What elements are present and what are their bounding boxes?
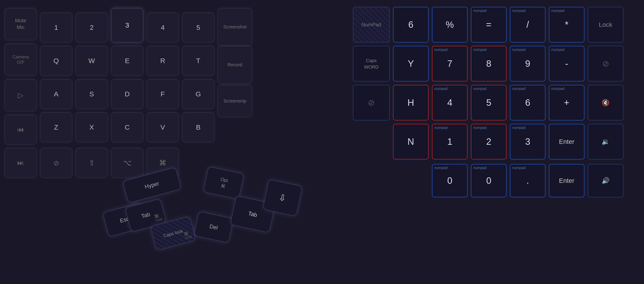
key-label: ⌥: [123, 159, 132, 167]
numpad-key-3[interactable]: numpad 3: [510, 124, 546, 159]
numpad-key-0a[interactable]: numpad 0: [432, 164, 468, 197]
numpad-key-volmute[interactable]: 🔇: [588, 85, 623, 120]
numpad-key-label: *: [565, 20, 568, 30]
numpad-key-label: Enter: [559, 177, 574, 184]
key-r[interactable]: R: [147, 46, 179, 76]
key-play[interactable]: ▷: [4, 79, 37, 111]
numpad-key-label: /: [526, 20, 529, 30]
numpad-sub-label: numpad: [434, 48, 448, 52]
numpad-key-2[interactable]: numpad 2: [471, 124, 506, 159]
key-option[interactable]: ⌥: [111, 148, 143, 178]
numpad-key-pct[interactable]: %: [432, 7, 468, 43]
numpad-key-label: 🔇: [602, 99, 610, 106]
numpad-key-lock[interactable]: Lock: [588, 7, 623, 43]
numpad-sub-label: numpad: [473, 166, 486, 170]
numpad-key-7[interactable]: numpad 7: [432, 46, 468, 81]
key-label: Hyper: [144, 180, 160, 190]
numpad-key-label: -: [565, 59, 568, 69]
key-skip-back[interactable]: ⏮: [4, 115, 37, 145]
key-label: Del: [209, 223, 218, 231]
numpad-key-h[interactable]: H: [393, 85, 428, 120]
key-w[interactable]: W: [76, 46, 108, 76]
key-t[interactable]: T: [182, 46, 214, 76]
key-e[interactable]: E: [111, 46, 143, 76]
key-f[interactable]: F: [147, 79, 179, 109]
key-camera-of[interactable]: CameraO/F: [4, 44, 37, 76]
numpad-key-label: Y: [408, 59, 414, 69]
numpad-key-6[interactable]: 6: [393, 7, 428, 43]
numpad-key-6b[interactable]: numpad 6: [510, 85, 546, 120]
numpad-key-label: CapsWORD: [364, 57, 378, 70]
numpad-key-eq[interactable]: numpad =: [471, 7, 506, 43]
key-label: A: [54, 90, 58, 98]
numpad-key-label: 5: [486, 98, 491, 108]
key-del[interactable]: Del: [194, 211, 234, 243]
numpad-key-mul[interactable]: numpad *: [549, 7, 584, 43]
numpad-key-div[interactable]: numpad /: [510, 7, 546, 43]
key-2[interactable]: 2: [76, 13, 108, 43]
key-label: 4: [161, 24, 165, 32]
numpad-key-cancel2: ⊘: [353, 85, 390, 120]
numpad-key-label: 9: [525, 59, 530, 69]
key-opt-cmd[interactable]: Opt⌘: [203, 166, 244, 200]
numpad-key-1[interactable]: numpad 1: [432, 124, 468, 159]
key-record[interactable]: Record: [218, 46, 252, 84]
numpad-sub-label: numpad: [434, 166, 448, 170]
key-label: 1: [54, 24, 58, 32]
numpad-key-0b[interactable]: numpad 0: [471, 164, 506, 197]
numpad-sub-label: numpad: [434, 87, 448, 91]
key-mute-mic[interactable]: MuteMic: [4, 8, 37, 40]
numpad-key-5[interactable]: numpad 5: [471, 85, 506, 120]
key-z[interactable]: Z: [40, 112, 72, 142]
numpad-sub-label: numpad: [473, 87, 486, 91]
key-q[interactable]: Q: [40, 46, 72, 76]
key-label: Tab: [248, 210, 258, 218]
numpad-key-label: 0: [486, 175, 491, 186]
key-label: S: [90, 90, 94, 98]
numpad-key-9[interactable]: numpad 9: [510, 46, 546, 81]
key-x[interactable]: X: [76, 112, 108, 142]
key-cancel[interactable]: ⊘: [40, 148, 72, 178]
key-label: G: [196, 90, 201, 98]
key-g[interactable]: G: [182, 79, 214, 109]
key-5[interactable]: 5: [182, 13, 214, 43]
numpad-key-label: 3: [525, 136, 530, 147]
numpad-key-minus[interactable]: numpad -: [549, 46, 584, 81]
numpad-key-label: 2: [486, 136, 491, 147]
key-shift[interactable]: ⇧: [76, 148, 108, 178]
key-screenshot[interactable]: Screenshot: [218, 8, 252, 46]
numpad-key-8[interactable]: numpad 8: [471, 46, 506, 81]
key-b[interactable]: B: [182, 112, 214, 142]
numpad-key-y[interactable]: Y: [393, 46, 428, 81]
numpad-key-voldn[interactable]: 🔉: [588, 124, 623, 159]
numpad-key-label: 4: [447, 98, 452, 108]
key-3[interactable]: 3: [111, 8, 143, 43]
key-1[interactable]: 1: [40, 13, 72, 43]
numpad-key-4[interactable]: numpad 4: [432, 85, 468, 120]
key-s[interactable]: S: [76, 79, 108, 109]
key-c[interactable]: C: [111, 112, 143, 142]
key-label: Screenshot: [223, 24, 246, 30]
numpad-sub-label: numpad: [551, 87, 564, 91]
numpad-key-label: +: [564, 98, 569, 108]
key-d[interactable]: D: [111, 79, 143, 109]
key-v[interactable]: V: [147, 112, 179, 142]
key-label: 3: [125, 21, 129, 29]
key-a[interactable]: A: [40, 79, 72, 109]
numpad-key-label: 8: [486, 59, 491, 69]
numpad-key-volup[interactable]: 🔊: [588, 164, 623, 197]
caps-word-key[interactable]: CapsWORD: [353, 46, 390, 81]
numpad-key-enter1[interactable]: Enter: [549, 124, 584, 159]
key-label: Opt⌘: [219, 176, 228, 190]
numpad-key-n[interactable]: N: [393, 124, 428, 159]
numpad-sub-label: numpad: [512, 126, 526, 130]
numpad-key-enter2[interactable]: Enter: [549, 164, 584, 197]
numpad-key-dot[interactable]: numpad .: [510, 164, 546, 197]
numpad-key-plus[interactable]: numpad +: [549, 85, 584, 120]
key-screensnip[interactable]: Screensnip: [218, 85, 252, 117]
key-label: Z: [54, 123, 58, 131]
numpad-key-label: %: [446, 20, 454, 30]
key-label: MuteMic: [15, 18, 26, 31]
key-4[interactable]: 4: [147, 13, 179, 43]
key-skip-fwd[interactable]: ⏭: [4, 148, 37, 178]
